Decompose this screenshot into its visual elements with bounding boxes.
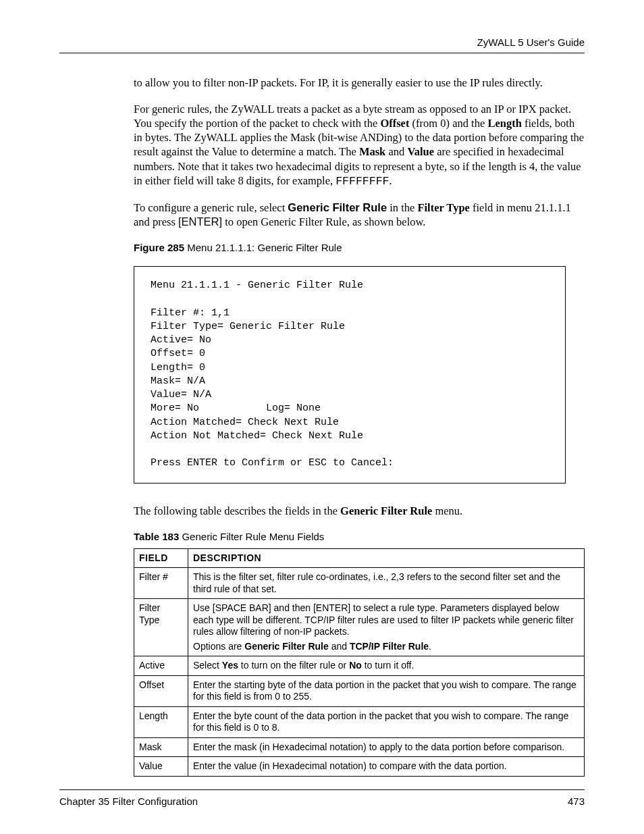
text-bold: Generic Filter Rule (244, 641, 328, 652)
text: to open Generic Filter Rule, as shown be… (222, 215, 425, 228)
cell-desc: Enter the value (in Hexadecimal notation… (188, 757, 585, 777)
table-row: Value Enter the value (in Hexadecimal no… (134, 757, 585, 777)
cell-desc: Enter the mask (in Hexadecimal notation)… (188, 737, 585, 757)
table-row: Mask Enter the mask (in Hexadecimal nota… (134, 737, 585, 757)
text-sans: [ENTER] (178, 215, 222, 228)
cell-field: Length (134, 706, 188, 737)
table-row: Active Select Yes to turn on the filter … (134, 656, 585, 676)
text-bold: Offset (380, 117, 409, 130)
cell-field: Active (134, 656, 188, 676)
text: and (329, 641, 350, 652)
cell-desc: Select Yes to turn on the filter rule or… (188, 656, 585, 676)
cell-desc-sub: Options are Generic Filter Rule and TCP/… (193, 641, 579, 653)
footer-chapter: Chapter 35 Filter Configuration (59, 796, 198, 807)
text: . (429, 641, 431, 652)
table-row: Length Enter the byte count of the data … (134, 706, 585, 737)
footer-page-number: 473 (568, 796, 585, 807)
text: Use [SPACE BAR] and then [ENTER] to sele… (193, 602, 574, 637)
figure-title: Menu 21.1.1.1: Generic Filter Rule (184, 242, 342, 253)
paragraph: The following table describes the fields… (134, 504, 585, 518)
cell-field: Filter # (134, 568, 188, 599)
text-bold: Generic Filter Rule (340, 504, 432, 517)
text: Options are (193, 641, 244, 652)
figure-label: Figure 285 (134, 242, 184, 253)
text: in the (387, 201, 417, 214)
table-caption: Table 183 Generic Filter Rule Menu Field… (134, 530, 585, 543)
cell-desc: Enter the starting byte of the data port… (188, 675, 585, 706)
text-bold: Yes (222, 660, 238, 671)
cell-field: Filter Type (134, 599, 188, 656)
paragraph: To configure a generic rule, select Gene… (134, 201, 585, 229)
cell-field: Value (134, 757, 188, 777)
text: To configure a generic rule, select (134, 201, 288, 214)
page-footer: Chapter 35 Filter Configuration 473 (59, 789, 585, 807)
text: to turn on the filter rule or (238, 660, 349, 671)
guide-title: ZyWALL 5 User's Guide (477, 36, 585, 48)
table-row: Offset Enter the starting byte of the da… (134, 675, 585, 706)
text: Select (193, 660, 222, 671)
col-header-description: DESCRIPTION (188, 548, 585, 568)
text-bold: Filter Type (417, 201, 469, 214)
table-row: Filter # This is the filter set, filter … (134, 568, 585, 599)
code-box: Menu 21.1.1.1 - Generic Filter Rule Filt… (134, 266, 566, 484)
text: and (385, 145, 407, 158)
text-bold: Value (407, 145, 434, 158)
fields-table: FIELD DESCRIPTION Filter # This is the f… (134, 548, 585, 777)
text-bold: Generic Filter Rule (288, 201, 387, 213)
cell-field: Offset (134, 675, 188, 706)
text: . (389, 174, 392, 187)
text: The following table describes the fields… (134, 504, 340, 517)
page-content: to allow you to filter non-IP packets. F… (134, 36, 585, 777)
text: menu. (432, 504, 462, 517)
cell-desc: This is the filter set, filter rule co-o… (188, 568, 585, 599)
figure-caption: Figure 285 Menu 21.1.1.1: Generic Filter… (134, 241, 585, 254)
table-row: Filter Type Use [SPACE BAR] and then [EN… (134, 599, 585, 656)
text-bold: TCP/IP Filter Rule (350, 641, 429, 652)
table-title: Generic Filter Rule Menu Fields (179, 531, 324, 542)
table-label: Table 183 (134, 531, 179, 542)
col-header-field: FIELD (134, 548, 188, 568)
cell-desc: Use [SPACE BAR] and then [ENTER] to sele… (188, 599, 585, 656)
page-header: ZyWALL 5 User's Guide (59, 36, 585, 52)
text-bold: Mask (359, 145, 385, 158)
text: to turn it off. (362, 660, 414, 671)
paragraph: to allow you to filter non-IP packets. F… (134, 76, 585, 90)
header-rule (59, 53, 585, 53)
cell-field: Mask (134, 737, 188, 757)
cell-desc: Enter the byte count of the data portion… (188, 706, 585, 737)
text-bold: Length (487, 117, 521, 130)
table-header-row: FIELD DESCRIPTION (134, 548, 585, 568)
text-mono: FFFFFFFF (336, 175, 389, 188)
text-bold: No (349, 660, 362, 671)
paragraph: For generic rules, the ZyWALL treats a p… (134, 102, 585, 188)
text: (from 0) and the (409, 117, 487, 130)
